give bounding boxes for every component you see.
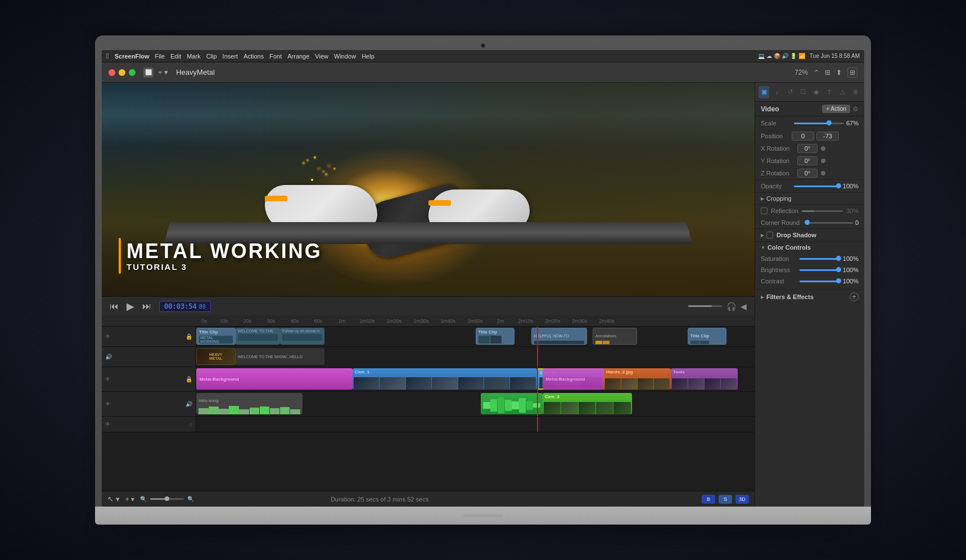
x-rotation-input[interactable] [797,144,818,153]
add-track-button[interactable]: + ▾ [125,495,134,503]
clip-metal-bg-1[interactable]: Metal-Background [196,368,353,390]
rewind-button[interactable]: ⏮ [110,301,119,311]
minimize-button[interactable] [119,69,125,76]
y-rotation-indicator[interactable] [821,159,825,163]
app-window: ⬜ + ▾ HeavyMetal 72% ⌃ ⊞ ⬆ ⊞ [102,62,864,507]
panel-icon-audio[interactable]: ♪ [771,86,782,98]
clip-text-1[interactable]: WELCOME TO THE [236,328,280,345]
panel-gear-btn[interactable]: ⚙ [852,105,859,113]
filters-section[interactable]: ▶ Filters & Effects + [755,289,864,304]
blue-btn-3[interactable]: 3D [735,495,749,504]
zoom-out-icon[interactable]: 🔍 [140,496,147,502]
panel-icon-text[interactable]: T [824,86,834,98]
crop-icon[interactable]: ⊞ [825,69,830,76]
position-y-input[interactable] [816,132,839,141]
panel-icon-video[interactable]: ▣ [759,86,769,98]
x-rotation-indicator[interactable] [821,146,825,151]
clip-text-2[interactable]: Follow us on social m [280,328,324,345]
apple-menu[interactable]:  [106,52,109,60]
track-lock-3[interactable]: 🔒 [186,376,192,382]
x-rotation-row: X Rotation [755,142,864,155]
add-clip-button[interactable]: + ▾ [158,68,168,76]
track-eye-4[interactable]: 👁 [105,401,111,407]
menu-font[interactable]: Font [269,53,282,60]
maximize-button[interactable] [129,69,136,76]
track-eye-3[interactable]: 👁 [105,376,111,382]
export-icon[interactable]: ⬆ [836,69,842,76]
position-x-input[interactable] [792,132,814,141]
play-button[interactable]: ▶ [127,300,134,313]
zoom-in-icon[interactable]: 🔍 [187,496,194,502]
panel-icon-color[interactable]: ◉ [811,86,821,98]
saturation-slider[interactable] [800,258,841,260]
drop-shadow-arrow[interactable]: ▶ [761,233,764,238]
opacity-slider[interactable] [794,186,841,187]
thumb-1[interactable]: HEAVYMETAL [196,348,236,365]
track-row-2: 🔊 HEAVYMETAL HEAVYMETAL [102,347,755,367]
brightness-slider[interactable] [800,269,841,271]
scale-slider[interactable] [794,123,844,124]
drop-shadow-checkbox[interactable] [766,232,773,238]
panel-icon-more[interactable]: ⊛ [850,86,861,98]
y-rotation-input[interactable] [797,156,818,165]
z-rotation-indicator[interactable] [821,171,825,175]
menu-insert[interactable]: Insert [223,53,238,60]
blue-btn-2[interactable]: S [719,495,732,504]
text-clip-1[interactable]: WELCOME TO THE SHOW...HELLO [236,348,325,365]
clip-cam3[interactable]: Cam_3 [543,393,632,414]
scale-label: Scale [761,120,792,127]
clip-title-3[interactable]: Title Clip [688,328,727,345]
video-main-title: METAL WORKING [127,240,322,263]
action-button[interactable]: + Action [822,105,850,113]
panel-icon-motion[interactable]: ↺ [785,86,796,98]
volume-slider[interactable] [688,305,722,307]
zoom-slider-track[interactable] [150,498,184,500]
corner-round-slider[interactable] [805,222,853,224]
clip-cam1[interactable]: Cam_1 [353,368,537,390]
track-eye-1[interactable]: 👁 [105,333,111,340]
clip-intro-song[interactable]: Intro song [196,393,303,414]
reflection-slider[interactable] [802,210,843,212]
clip-tools[interactable]: Tools [671,368,738,390]
layout-icon[interactable]: ⊞ [847,67,857,78]
video-section-title: Video [761,105,779,113]
contrast-slider[interactable] [800,281,841,282]
close-button[interactable] [109,69,115,76]
track-eye-5[interactable]: 👁 [105,421,111,427]
add-filter-button[interactable]: + [850,292,859,301]
track-speaker-2[interactable]: 🔊 [105,354,112,360]
cropping-section[interactable]: ▶ Cropping [755,192,864,204]
clip-title-1[interactable]: Title Clip METAL WORKING [196,328,236,345]
reflection-checkbox[interactable] [761,207,768,214]
menu-actions[interactable]: Actions [243,53,264,60]
menu-file[interactable]: File [155,53,165,60]
menu-window[interactable]: Window [334,53,356,60]
menu-edit[interactable]: Edit [170,53,181,60]
menu-mark[interactable]: Mark [187,53,200,60]
color-controls-section[interactable]: ▼ Color Controls [755,241,864,253]
blue-btn-1[interactable]: B [702,495,715,504]
collapse-icon[interactable]: ◀ [741,302,747,311]
menu-screenflow[interactable]: ScreenFlow [115,53,150,60]
panel-icon-shape[interactable]: △ [837,86,848,98]
menu-help[interactable]: Help [362,53,374,60]
track-controls-5: 👁 ◇ [102,417,196,432]
contrast-row: Contrast 100% [755,276,864,287]
menu-clip[interactable]: Clip [206,53,217,60]
panel-icon-touch[interactable]: ☐ [798,86,809,98]
track-lock-1[interactable]: 🔒 [186,333,192,340]
clip-audio-mid[interactable] [481,393,542,414]
zoom-up-icon[interactable]: ⌃ [814,69,819,76]
headphones-icon[interactable]: 🎧 [726,302,736,311]
clip-title-2[interactable]: Title Clip [476,328,515,345]
cursor-tool[interactable]: ↖ ▾ [107,495,120,503]
fast-forward-button[interactable]: ⏭ [142,301,151,311]
clip-annotations[interactable]: Annotations [593,328,637,345]
track-speaker-4[interactable]: 🔊 [186,401,192,407]
track-vol-5[interactable]: ◇ [189,422,192,427]
z-rotation-input[interactable] [797,169,818,178]
menu-arrange[interactable]: Arrange [287,53,309,60]
menu-view[interactable]: View [315,53,328,60]
clip-hands[interactable]: Hands_2.jpg [604,368,671,390]
clip-helpful[interactable]: HELPFUL HOW-TO [531,328,587,345]
